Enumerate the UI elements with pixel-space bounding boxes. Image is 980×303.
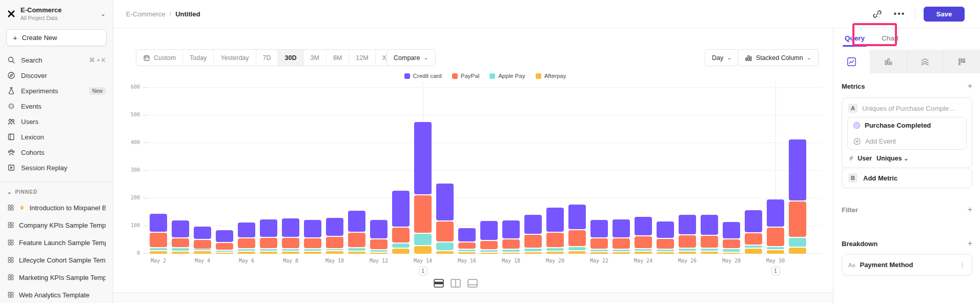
bar-segment-paypal[interactable]	[568, 230, 586, 246]
bar-segment-apple-pay[interactable]	[392, 244, 410, 248]
bar-segment-paypal[interactable]	[150, 233, 167, 247]
bar-segment-afterpay[interactable]	[436, 251, 454, 254]
bar-segment-credit-card[interactable]	[480, 221, 498, 240]
date-range-custom[interactable]: Custom	[136, 50, 183, 66]
date-range-3m[interactable]: 3M	[304, 50, 326, 66]
bar-segment-apple-pay[interactable]	[304, 249, 321, 250]
report-type-retention[interactable]	[944, 50, 980, 73]
bar-segment-apple-pay[interactable]	[150, 248, 167, 250]
bar-segment-apple-pay[interactable]	[458, 250, 476, 251]
bar-segment-paypal[interactable]	[348, 233, 365, 247]
annotation-count-badge[interactable]: 1	[771, 267, 780, 275]
bar-segment-afterpay[interactable]	[194, 251, 211, 254]
bar-segment-apple-pay[interactable]	[260, 249, 277, 250]
bar-segment-paypal[interactable]	[392, 228, 410, 243]
bar-segment-afterpay[interactable]	[502, 253, 520, 254]
date-range-yesterday[interactable]: Yesterday	[214, 50, 256, 66]
pinned-board-item[interactable]: Lifecycle Cohort Sample Template	[0, 251, 113, 269]
bar-segment-credit-card[interactable]	[568, 205, 586, 229]
chart-type-dropdown[interactable]: Stacked Column ⌄	[738, 49, 819, 66]
bar-segment-credit-card[interactable]	[260, 219, 277, 237]
bar-segment-credit-card[interactable]	[282, 218, 299, 236]
bar-segment-paypal[interactable]	[414, 195, 432, 233]
date-range-12m[interactable]: 12M	[349, 50, 375, 66]
add-breakdown-plus-icon[interactable]: +	[968, 239, 972, 248]
bar-segment-apple-pay[interactable]	[524, 249, 542, 251]
bar-segment-paypal[interactable]	[326, 237, 343, 248]
pinned-board-item[interactable]: Company KPIs Sample Template	[0, 216, 113, 234]
sidebar-item-search[interactable]: Search⌘ + K	[0, 52, 113, 68]
bar-segment-credit-card[interactable]	[194, 227, 211, 239]
bar-segment-credit-card[interactable]	[238, 223, 255, 237]
bar-segment-credit-card[interactable]	[392, 191, 410, 227]
pinned-board-item[interactable]: Introduction to Mixpanel Boards	[0, 199, 113, 216]
bar-segment-apple-pay[interactable]	[238, 249, 255, 251]
compare-button[interactable]: Compare ⌄	[386, 49, 436, 66]
add-filter-plus-icon[interactable]: +	[968, 205, 972, 214]
bar-segment-paypal[interactable]	[436, 221, 454, 241]
bar-segment-afterpay[interactable]	[282, 252, 299, 254]
bar-segment-apple-pay[interactable]	[282, 249, 299, 251]
bar-segment-afterpay[interactable]	[480, 253, 498, 254]
bar-segment-afterpay[interactable]	[304, 252, 321, 254]
bar-segment-apple-pay[interactable]	[657, 250, 674, 251]
bar-segment-credit-card[interactable]	[723, 222, 740, 238]
date-range-7d[interactable]: 7D	[256, 50, 278, 66]
bar-segment-paypal[interactable]	[590, 238, 608, 249]
bar-segment-afterpay[interactable]	[326, 251, 343, 254]
bar-segment-credit-card[interactable]	[524, 215, 542, 234]
bar-segment-credit-card[interactable]	[304, 220, 321, 237]
bar-segment-apple-pay[interactable]	[194, 249, 211, 250]
bar-segment-apple-pay[interactable]	[172, 248, 189, 251]
bar-segment-apple-pay[interactable]	[590, 250, 608, 251]
legend-item-afterpay[interactable]: Afterpay	[536, 73, 566, 79]
sidebar-item-cohorts[interactable]: Cohorts	[0, 145, 113, 160]
bar-segment-afterpay[interactable]	[568, 251, 586, 254]
bar-segment-apple-pay[interactable]	[767, 247, 784, 249]
date-range-30d[interactable]: 30D	[278, 50, 304, 66]
bar-segment-apple-pay[interactable]	[612, 250, 630, 251]
pinned-section-header[interactable]: ⌄ PINNED	[0, 187, 113, 199]
add-metric-plus-icon[interactable]: +	[968, 82, 972, 91]
bar-segment-afterpay[interactable]	[612, 252, 630, 254]
bar-segment-credit-card[interactable]	[789, 139, 806, 200]
pinned-board-item[interactable]: Feature Launch Sample Template	[0, 234, 113, 251]
breakdown-card[interactable]: Aa Payment Method ⋮	[842, 254, 972, 276]
bar-segment-credit-card[interactable]	[436, 184, 454, 221]
bar-segment-afterpay[interactable]	[590, 252, 608, 254]
bar-segment-paypal[interactable]	[635, 236, 652, 248]
bar-segment-credit-card[interactable]	[326, 218, 343, 236]
share-link-button[interactable]	[870, 7, 884, 21]
bar-segment-apple-pay[interactable]	[546, 248, 564, 250]
measure-type-dropdown[interactable]: Uniques ⌄	[876, 155, 909, 162]
layout-vertical-split-button[interactable]	[450, 277, 462, 289]
bar-segment-paypal[interactable]	[216, 243, 233, 250]
bar-segment-paypal[interactable]	[524, 235, 542, 248]
bar-segment-afterpay[interactable]	[635, 252, 652, 254]
bar-segment-afterpay[interactable]	[216, 253, 233, 254]
bar-segment-afterpay[interactable]	[348, 252, 365, 254]
bar-segment-credit-card[interactable]	[679, 215, 696, 234]
bar-segment-credit-card[interactable]	[458, 228, 476, 241]
bar-segment-credit-card[interactable]	[767, 199, 784, 227]
bar-segment-credit-card[interactable]	[701, 215, 718, 235]
sidebar-item-users[interactable]: Users	[0, 114, 113, 129]
bar-segment-credit-card[interactable]	[172, 220, 189, 237]
bar-segment-paypal[interactable]	[701, 236, 718, 248]
bar-segment-apple-pay[interactable]	[348, 248, 365, 251]
pinned-board-item[interactable]: Marketing KPIs Sample Template	[0, 269, 113, 286]
bar-segment-paypal[interactable]	[458, 243, 476, 249]
bar-segment-paypal[interactable]	[723, 239, 740, 248]
breadcrumb-project[interactable]: E-Commerce	[126, 10, 166, 18]
report-type-insights[interactable]	[833, 50, 870, 73]
bar-segment-paypal[interactable]	[679, 235, 696, 248]
bar-segment-paypal[interactable]	[282, 238, 299, 248]
bar-segment-paypal[interactable]	[745, 233, 762, 245]
bar-segment-afterpay[interactable]	[789, 248, 806, 254]
bar-segment-afterpay[interactable]	[679, 252, 696, 254]
bar-segment-afterpay[interactable]	[150, 251, 167, 254]
bar-segment-paypal[interactable]	[767, 228, 784, 247]
report-type-flows[interactable]	[907, 50, 944, 73]
bar-segment-afterpay[interactable]	[524, 252, 542, 254]
tab-query[interactable]: Query	[845, 28, 865, 48]
